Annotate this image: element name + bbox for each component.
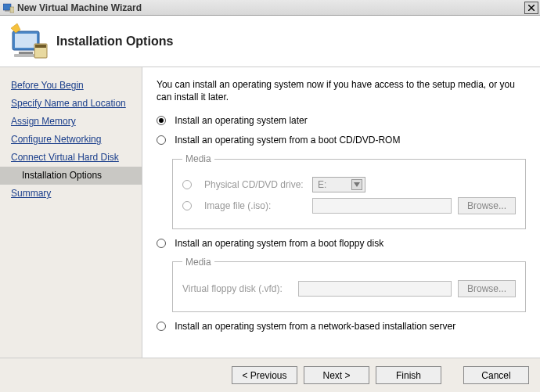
physical-drive-value: E: bbox=[318, 179, 326, 190]
radio-install-cddvd[interactable] bbox=[157, 135, 166, 145]
wizard-icon bbox=[9, 22, 49, 61]
sidebar-item-configure-networking[interactable]: Configure Networking bbox=[0, 131, 142, 149]
radio-install-floppy[interactable] bbox=[157, 239, 166, 248]
app-icon bbox=[3, 2, 14, 13]
close-icon bbox=[528, 5, 535, 11]
radio-install-network-label: Install an operating system from a netwo… bbox=[175, 321, 455, 332]
image-file-label: Image file (.iso): bbox=[204, 200, 306, 211]
svg-rect-7 bbox=[19, 52, 33, 54]
cddvd-media-legend: Media bbox=[182, 153, 214, 164]
svg-rect-11 bbox=[35, 45, 46, 48]
titlebar: New Virtual Machine Wizard bbox=[0, 0, 540, 16]
physical-drive-combo: E: bbox=[312, 177, 365, 192]
svg-marker-12 bbox=[354, 182, 360, 187]
option-install-later[interactable]: Install an operating system later bbox=[157, 114, 526, 126]
wizard-steps-sidebar: Before You Begin Specify Name and Locati… bbox=[0, 67, 142, 358]
finish-button[interactable]: Finish bbox=[376, 366, 441, 384]
vfd-label: Virtual floppy disk (.vfd): bbox=[182, 283, 292, 294]
wizard-page: You can install an operating system now … bbox=[142, 67, 540, 358]
floppy-media-legend: Media bbox=[182, 257, 214, 268]
option-install-floppy[interactable]: Install an operating system from a boot … bbox=[157, 237, 526, 249]
next-button[interactable]: Next > bbox=[304, 366, 369, 384]
radio-install-cddvd-label: Install an operating system from a boot … bbox=[175, 135, 400, 146]
vfd-input bbox=[298, 281, 452, 297]
svg-rect-2 bbox=[10, 7, 14, 13]
physical-drive-label: Physical CD/DVD drive: bbox=[204, 179, 306, 190]
close-button[interactable] bbox=[524, 2, 538, 14]
sidebar-item-summary[interactable]: Summary bbox=[0, 185, 142, 203]
floppy-media-group: Media Virtual floppy disk (.vfd): Browse… bbox=[172, 257, 526, 312]
radio-install-network[interactable] bbox=[157, 322, 166, 331]
vfd-browse-button: Browse... bbox=[458, 280, 516, 297]
radio-image-file bbox=[182, 201, 192, 210]
radio-install-later[interactable] bbox=[157, 116, 166, 125]
option-install-cddvd[interactable]: Install an operating system from a boot … bbox=[157, 134, 526, 146]
sidebar-item-installation-options[interactable]: Installation Options bbox=[0, 167, 142, 185]
svg-rect-0 bbox=[3, 4, 11, 10]
sidebar-item-before-you-begin[interactable]: Before You Begin bbox=[0, 77, 142, 95]
sidebar-item-connect-vhd[interactable]: Connect Virtual Hard Disk bbox=[0, 149, 142, 167]
cddvd-media-group: Media Physical CD/DVD drive: E: Image fi… bbox=[172, 153, 526, 229]
previous-button[interactable]: < Previous bbox=[232, 366, 297, 384]
sidebar-item-assign-memory[interactable]: Assign Memory bbox=[0, 113, 142, 131]
option-install-network[interactable]: Install an operating system from a netwo… bbox=[157, 320, 526, 332]
radio-install-floppy-label: Install an operating system from a boot … bbox=[175, 238, 383, 249]
chevron-down-icon bbox=[351, 179, 362, 190]
window-title: New Virtual Machine Wizard bbox=[17, 2, 524, 13]
image-file-input bbox=[312, 198, 452, 214]
radio-physical-drive bbox=[182, 180, 192, 189]
radio-install-later-label: Install an operating system later bbox=[175, 115, 307, 126]
wizard-header: Installation Options bbox=[0, 16, 540, 67]
svg-rect-1 bbox=[5, 10, 9, 12]
cancel-button[interactable]: Cancel bbox=[463, 366, 529, 384]
wizard-footer: < Previous Next > Finish Cancel bbox=[0, 358, 540, 392]
svg-rect-6 bbox=[15, 34, 37, 48]
image-browse-button: Browse... bbox=[458, 197, 516, 214]
page-title: Installation Options bbox=[56, 34, 173, 49]
sidebar-item-specify-name[interactable]: Specify Name and Location bbox=[0, 95, 142, 113]
page-intro-text: You can install an operating system now … bbox=[157, 78, 526, 103]
